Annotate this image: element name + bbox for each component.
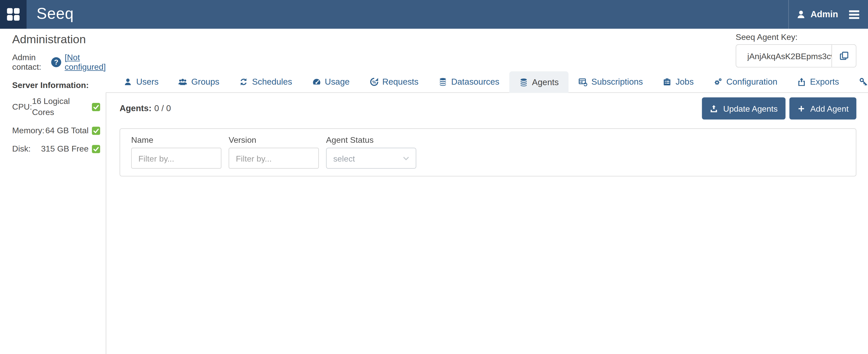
stat-value: 315 GB Free xyxy=(41,143,89,154)
select-placeholder: select xyxy=(333,154,355,163)
filter-label: Name xyxy=(131,135,222,145)
filter-name-input[interactable] xyxy=(131,148,222,169)
agents-tab-content: Agents:0 / 0 Update Agents Add Agent Nam… xyxy=(106,93,868,354)
check-icon xyxy=(92,144,100,153)
stat-label: Memory: xyxy=(12,125,44,136)
export-icon xyxy=(797,77,806,86)
user-icon xyxy=(796,9,806,20)
hamburger-icon xyxy=(847,8,861,20)
agent-key-input[interactable] xyxy=(736,45,832,67)
tab-configuration[interactable]: Configuration xyxy=(704,71,787,92)
key-icon xyxy=(859,77,868,86)
stat-label: Disk: xyxy=(12,143,31,154)
navbar-right: Admin xyxy=(788,0,868,29)
filter-version-input[interactable] xyxy=(228,148,319,169)
admin-contact-link[interactable]: [Not configured] xyxy=(65,53,106,71)
tab-label: Jobs xyxy=(676,77,693,87)
tab-requests[interactable]: %Requests xyxy=(360,71,429,92)
plus-icon xyxy=(797,104,805,112)
sidebar: Administration Admin contact: ? [Not con… xyxy=(0,29,106,354)
tab-label: Users xyxy=(136,77,158,87)
stat-label: CPU: xyxy=(12,101,32,112)
tab-label: Datasources xyxy=(451,77,499,87)
grid-icon xyxy=(6,7,21,22)
tab-users[interactable]: Users xyxy=(114,71,168,92)
agents-filter-panel: NameVersionAgent Statusselect xyxy=(120,128,857,176)
server-stats: CPU:16 Logical CoresMemory:64 GB TotalDi… xyxy=(0,96,106,154)
stat-value: 16 Logical Cores xyxy=(32,96,89,118)
tab-jobs[interactable]: Jobs xyxy=(653,71,704,92)
server-info-title: Server Information: xyxy=(12,80,106,91)
agents-count-heading: Agents:0 / 0 xyxy=(120,103,171,114)
table-refresh-icon xyxy=(579,77,588,86)
admin-tabs: UsersGroupsSchedulesUsage%RequestsDataso… xyxy=(106,71,868,93)
admin-page: Seeq Admin Administration Admin contact:… xyxy=(0,0,868,354)
agents-count-value: 0 / 0 xyxy=(154,103,171,113)
check-icon xyxy=(92,103,100,111)
filter-label: Version xyxy=(228,135,319,145)
user-menu-label: Admin xyxy=(811,9,838,20)
app-switcher-button[interactable] xyxy=(0,0,27,29)
agent-key-group xyxy=(736,44,857,67)
user-menu[interactable]: Admin xyxy=(789,0,845,29)
copy-agent-key-button[interactable] xyxy=(832,45,856,67)
filter-name: Name xyxy=(131,135,222,169)
admin-contact-row: Admin contact: ? [Not configured] xyxy=(12,53,106,71)
tab-subscriptions[interactable]: Subscriptions xyxy=(569,71,653,92)
gears-icon xyxy=(714,77,722,86)
tab-label: Groups xyxy=(191,77,219,87)
agent-key-label: Seeq Agent Key: xyxy=(736,32,857,42)
update-agents-button[interactable]: Update Agents xyxy=(702,97,785,119)
agents-count-label: Agents: xyxy=(120,103,152,113)
filter-agent-status: Agent Statusselect xyxy=(326,135,416,169)
tab-usage[interactable]: Usage xyxy=(302,71,360,92)
tab-groups[interactable]: Groups xyxy=(168,71,229,92)
tab-label: Configuration xyxy=(726,77,777,87)
server-stat-row: Memory:64 GB Total xyxy=(12,125,100,136)
tab-label: Requests xyxy=(382,77,418,87)
chevron-down-icon xyxy=(402,154,410,162)
hamburger-menu-button[interactable] xyxy=(845,8,868,20)
admin-contact-label: Admin contact: xyxy=(12,53,48,71)
check-icon xyxy=(92,126,100,134)
tab-label: Exports xyxy=(810,77,839,87)
tab-label: Usage xyxy=(325,77,349,87)
top-navbar: Seeq Admin xyxy=(0,0,868,29)
user-icon xyxy=(124,77,132,86)
sync-icon xyxy=(239,77,248,86)
tab-label: Agents xyxy=(532,77,559,87)
filter-label: Agent Status xyxy=(326,135,416,145)
agents-actions: Update Agents Add Agent xyxy=(702,97,856,119)
server-stat-row: CPU:16 Logical Cores xyxy=(12,96,100,118)
tab-datasources[interactable]: Datasources xyxy=(429,71,509,92)
tab-agents[interactable]: Agents xyxy=(509,71,569,93)
tab-schedules[interactable]: Schedules xyxy=(229,71,302,92)
seeq-logo[interactable]: Seeq xyxy=(36,5,74,24)
agents-header-row: Agents:0 / 0 Update Agents Add Agent xyxy=(120,97,857,119)
briefcase-icon xyxy=(663,77,672,86)
tab-label: Schedules xyxy=(252,77,292,87)
agent-key-block: Seeq Agent Key: xyxy=(736,32,857,68)
svg-text:?: ? xyxy=(54,58,58,66)
page-title: Administration xyxy=(12,32,106,46)
svg-text:%: % xyxy=(372,80,376,85)
filter-version: Version xyxy=(228,135,319,169)
add-agent-button[interactable]: Add Agent xyxy=(789,97,857,119)
question-icon: ? xyxy=(51,57,61,67)
tab-access-keys[interactable]: Access Keys xyxy=(849,71,868,92)
tachometer-icon xyxy=(312,77,321,86)
percent-rotate-icon: % xyxy=(370,77,378,86)
tab-label: Subscriptions xyxy=(591,77,643,87)
filter-agent-status-select[interactable]: select xyxy=(326,148,416,169)
upload-icon xyxy=(710,104,718,112)
copy-icon xyxy=(839,51,849,61)
server-stat-row: Disk:315 GB Free xyxy=(12,143,100,154)
database-icon xyxy=(519,78,528,87)
main-area: Seeq Agent Key: UsersGroupsSchedulesUsag… xyxy=(106,29,868,354)
users-icon xyxy=(179,77,187,86)
tab-exports[interactable]: Exports xyxy=(787,71,849,92)
database-icon xyxy=(438,77,447,86)
stat-value: 64 GB Total xyxy=(45,125,89,136)
